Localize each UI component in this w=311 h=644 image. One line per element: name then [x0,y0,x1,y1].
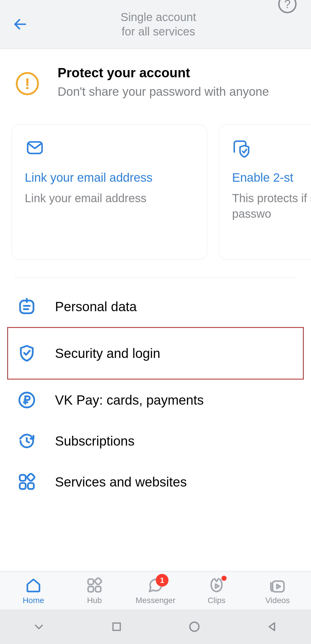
settings-item-security-login[interactable]: Security and login [7,327,304,380]
card-subtitle: This protects if someone g your passwo [232,190,311,221]
nav-clips[interactable]: Clips [186,577,247,605]
warning-icon: ! [16,72,39,95]
svg-rect-12 [27,473,35,481]
svg-rect-10 [20,483,26,489]
nav-label: Messenger [136,596,176,605]
svg-rect-14 [88,587,94,592]
protect-banner: ! Protect your account Don't share your … [0,49,311,116]
nav-videos[interactable]: Videos [247,577,308,605]
settings-item-label: Subscriptions [55,433,134,449]
settings-item-vk-pay[interactable]: VK Pay: cards, payments [7,380,304,420]
page-title-line2: for all services [122,25,195,38]
nav-messenger[interactable]: 1 Messenger [125,577,186,605]
card-subtitle: Link your email address [25,190,196,206]
settings-item-label: Personal data [55,299,137,314]
cards-row: Link your email address Link your email … [0,116,311,277]
svg-rect-18 [273,581,284,592]
nav-label: Clips [208,596,225,605]
card-link-email[interactable]: Link your email address Link your email … [12,124,207,260]
videos-icon [270,577,286,594]
red-dot-indicator [221,576,227,581]
nav-label: Hub [87,596,102,605]
svg-rect-16 [94,577,102,585]
protect-subtitle: Don't share your password with anyone [58,84,299,100]
svg-rect-9 [20,475,26,481]
sys-back-button[interactable] [266,620,279,633]
home-icon [25,577,41,594]
ruble-icon [17,390,36,410]
triangle-left-icon [266,621,278,632]
nav-home[interactable]: Home [3,577,64,605]
card-title: Enable 2-st [232,171,311,185]
nav-label: Videos [265,596,290,605]
settings-item-label: Security and login [55,346,160,361]
system-nav-bar [0,609,311,644]
settings-item-subscriptions[interactable]: Subscriptions [7,420,304,461]
shield-icon [17,344,36,363]
sys-stop-button[interactable] [110,620,123,633]
card-title: Link your email address [25,171,196,185]
divider [14,277,297,278]
mail-icon [25,139,45,159]
square-icon [111,621,122,632]
page-title: Single account for all services [17,10,299,39]
page-title-line1: Single account [121,11,196,23]
bottom-nav: Home Hub 1 Messenger Clips Vide [0,571,311,609]
svg-rect-15 [96,587,101,592]
apps-icon [17,472,36,491]
svg-marker-17 [216,584,219,588]
shield-check-stack-icon [232,139,252,159]
question-icon: ? [284,0,291,11]
personal-data-icon [17,297,36,316]
svg-point-21 [190,622,199,631]
settings-item-personal-data[interactable]: Personal data [7,286,304,327]
svg-rect-13 [88,579,94,585]
nav-label: Home [23,596,44,605]
svg-rect-11 [28,483,34,489]
svg-rect-20 [113,623,120,630]
chevron-down-icon [33,621,45,632]
circle-icon [188,621,200,633]
hub-icon [86,577,103,594]
clock-refresh-icon [17,431,36,450]
settings-item-services-websites[interactable]: Services and websites [7,461,304,502]
settings-list: Personal data Security and login VK Pay:… [0,286,311,560]
messenger-badge: 1 [156,574,168,587]
settings-item-label: VK Pay: cards, payments [55,392,204,408]
svg-marker-19 [277,585,280,589]
sys-recent-button[interactable] [32,620,45,633]
nav-hub[interactable]: Hub [64,577,125,605]
sys-home-button[interactable] [188,620,201,633]
header: Single account for all services ? [0,0,311,49]
svg-marker-22 [269,623,274,631]
card-enable-2fa[interactable]: Enable 2-st This protects if someone g y… [219,124,311,260]
protect-title: Protect your account [58,65,299,80]
settings-item-label: Services and websites [55,474,187,490]
